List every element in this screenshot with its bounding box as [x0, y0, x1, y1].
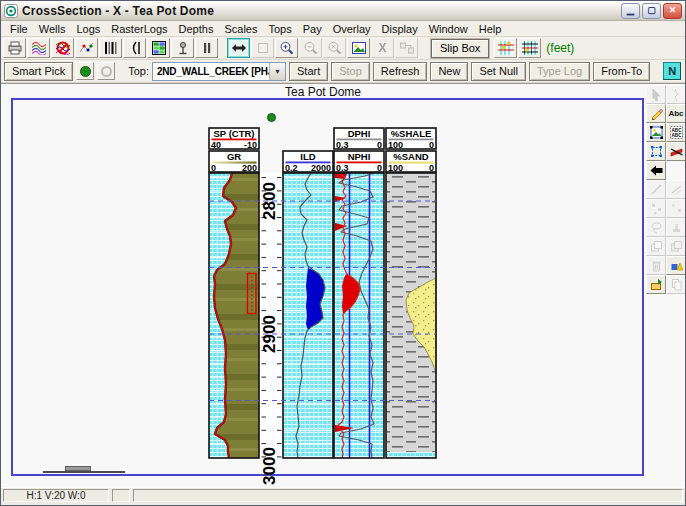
- svg-text:ILD: ILD: [300, 151, 315, 162]
- scale-status: H:1 V:20 W:0: [3, 489, 109, 502]
- stop-button[interactable]: Stop: [331, 62, 370, 81]
- menu-scales[interactable]: Scales: [219, 22, 262, 36]
- title-bar: CrossSection - X - Tea Pot Dome ▁ ▢ ✕: [1, 1, 685, 21]
- smart-pick-button[interactable]: Smart Pick: [4, 62, 73, 81]
- stamp-icon[interactable]: [666, 218, 685, 237]
- set-null-button[interactable]: Set Null: [471, 62, 526, 81]
- n-tool-icon[interactable]: N: [663, 62, 681, 80]
- cross-section-canvas[interactable]: Tea Pot Dome: [1, 83, 685, 487]
- multi-text-icon[interactable]: ABCABC: [666, 123, 685, 142]
- pause-icon[interactable]: [195, 38, 218, 58]
- maximize-button[interactable]: ▢: [642, 3, 661, 19]
- points-logs-icon[interactable]: [75, 38, 98, 58]
- header-sand[interactable]: %SAND 100 0: [386, 151, 436, 173]
- layers-icon[interactable]: [646, 237, 666, 256]
- well-icon[interactable]: [171, 38, 194, 58]
- gray-status-dot: [101, 66, 112, 77]
- link-wells-icon[interactable]: [395, 38, 418, 58]
- app-window: CrossSection - X - Tea Pot Dome ▁ ▢ ✕ Fi…: [0, 0, 686, 506]
- track-2[interactable]: [283, 173, 333, 458]
- header-ild[interactable]: ILD 0.2 2000: [283, 151, 333, 173]
- from-to-button[interactable]: From-To: [593, 62, 650, 81]
- menu-file[interactable]: File: [5, 22, 33, 36]
- zoom-out-icon[interactable]: [299, 38, 322, 58]
- text-tool-icon[interactable]: Abc: [666, 104, 685, 123]
- log-plot[interactable]: 2800 2900 3000 SP (CTR) 40 -10 GR 0 200: [1, 84, 685, 487]
- fit-width-icon[interactable]: [227, 38, 250, 58]
- zoom-cancel-icon[interactable]: [323, 38, 346, 58]
- grid-overlay-b-icon[interactable]: [518, 38, 541, 58]
- single-log-icon[interactable]: [123, 38, 146, 58]
- track-4[interactable]: [386, 173, 436, 458]
- refresh-button[interactable]: Refresh: [373, 62, 428, 81]
- menu-overlay[interactable]: Overlay: [328, 22, 376, 36]
- arrow-left-icon[interactable]: [646, 161, 666, 180]
- layers-copy-icon[interactable]: [666, 237, 685, 256]
- zoom-box-icon[interactable]: [251, 38, 274, 58]
- pencil-icon[interactable]: [646, 104, 666, 123]
- menu-wells[interactable]: Wells: [34, 22, 71, 36]
- top-select-value: 2ND_WALL_CREEK [PHJ]: [153, 66, 269, 77]
- menu-help[interactable]: Help: [474, 22, 507, 36]
- copy-page-icon[interactable]: [666, 275, 685, 294]
- minimize-button[interactable]: ▁: [621, 3, 640, 19]
- status-bar: H:1 V:20 W:0: [1, 487, 685, 503]
- nodes-tool-icon[interactable]: [646, 199, 666, 218]
- top-label: Top:: [128, 65, 149, 77]
- header-shale[interactable]: %SHALE 100 0: [386, 128, 436, 150]
- shapes-icon[interactable]: [666, 256, 685, 275]
- svg-text:200: 200: [242, 163, 257, 173]
- type-log-button[interactable]: Type Log: [529, 62, 590, 81]
- svg-text:0: 0: [377, 140, 382, 150]
- close-button[interactable]: ✕: [663, 3, 682, 19]
- strike-log-icon[interactable]: [666, 142, 685, 161]
- raster-logs-icon[interactable]: [99, 38, 122, 58]
- units-label: (feet): [546, 41, 574, 55]
- mini-scrollbar-thumb[interactable]: [65, 466, 91, 471]
- import-annotation-icon[interactable]: [646, 275, 666, 294]
- svg-text:0.2: 0.2: [285, 163, 298, 173]
- line-tool2-icon[interactable]: [666, 180, 685, 199]
- mini-scrollbar[interactable]: [43, 466, 125, 473]
- color-logs-icon[interactable]: [27, 38, 50, 58]
- track-1[interactable]: [209, 173, 259, 458]
- new-button[interactable]: New: [430, 62, 468, 81]
- pick-off-button[interactable]: [97, 62, 115, 80]
- image-icon[interactable]: [347, 38, 370, 58]
- menu-rasterlogs[interactable]: RasterLogs: [106, 22, 172, 36]
- header-gr[interactable]: GR 0 200: [209, 151, 259, 173]
- svg-text:-10: -10: [244, 140, 257, 150]
- menu-tops[interactable]: Tops: [263, 22, 296, 36]
- zoom-in-icon[interactable]: [275, 38, 298, 58]
- header-nphi[interactable]: NPHI 0.3 0: [334, 151, 384, 173]
- freehand-icon[interactable]: [666, 85, 685, 104]
- print-icon[interactable]: [3, 38, 26, 58]
- slip-box-button[interactable]: Slip Box: [431, 39, 489, 58]
- combo-arrow-icon[interactable]: ▼: [269, 63, 285, 80]
- select-box-icon[interactable]: [646, 142, 666, 161]
- trash-icon[interactable]: [646, 256, 666, 275]
- pick-on-button[interactable]: [76, 62, 94, 80]
- grid-overlay-a-icon[interactable]: [494, 38, 517, 58]
- color-logs-off-icon[interactable]: [51, 38, 74, 58]
- line-tool-icon[interactable]: [646, 180, 666, 199]
- header-dphi[interactable]: DPHI 0.3 0: [334, 128, 384, 150]
- track-3[interactable]: [334, 173, 384, 458]
- insert-image-icon[interactable]: [646, 123, 666, 142]
- grid-logs-icon[interactable]: [147, 38, 170, 58]
- menu-depths[interactable]: Depths: [174, 22, 219, 36]
- menu-pay[interactable]: Pay: [298, 22, 327, 36]
- top-select[interactable]: 2ND_WALL_CREEK [PHJ] ▼: [152, 62, 286, 81]
- window-title: CrossSection - X - Tea Pot Dome: [22, 4, 619, 18]
- delete-x-icon[interactable]: X: [371, 38, 394, 58]
- header-sp[interactable]: SP (CTR) 40 -10: [209, 128, 259, 150]
- node-tool-icon[interactable]: [666, 199, 685, 218]
- pointer-icon[interactable]: [646, 85, 666, 104]
- annotation-toolbar: Abc ABCABC: [646, 85, 685, 294]
- start-button[interactable]: Start: [289, 62, 328, 81]
- menu-window[interactable]: Window: [424, 22, 473, 36]
- svg-text:ABC: ABC: [671, 133, 682, 138]
- menu-display[interactable]: Display: [377, 22, 423, 36]
- lasso-icon[interactable]: [646, 218, 666, 237]
- menu-logs[interactable]: Logs: [71, 22, 105, 36]
